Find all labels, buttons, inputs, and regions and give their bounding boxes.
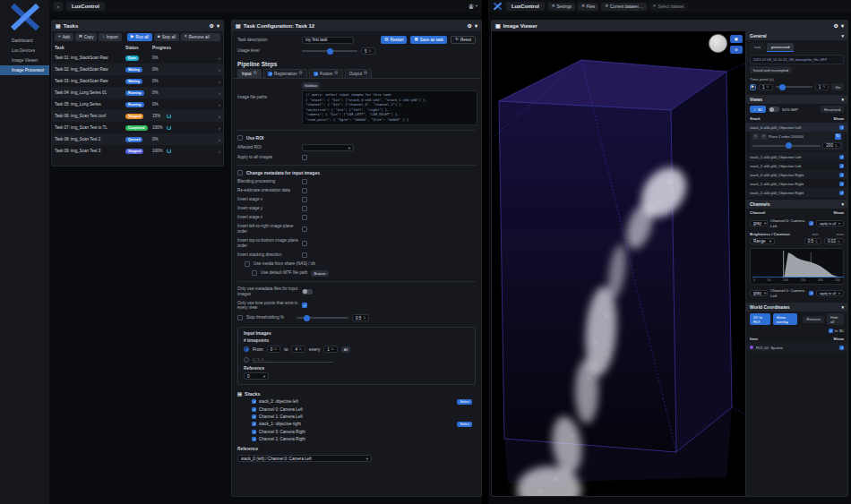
- stack-show-checkbox[interactable]: [839, 173, 844, 177]
- chevron-right-icon[interactable]: [219, 125, 220, 131]
- world-collapse-icon[interactable]: [841, 305, 844, 310]
- active-stack-row[interactable]: stack_0-x00-y00_Objective Left: [746, 123, 847, 132]
- sidebar-nav-item[interactable]: Lux Devices: [0, 46, 49, 56]
- import-task-button[interactable]: Import: [99, 33, 121, 41]
- stack-show-checkbox[interactable]: [839, 191, 844, 195]
- remove-all-button[interactable]: Remove all: [181, 33, 220, 41]
- reset-view-button[interactable]: ⊘: [730, 46, 743, 54]
- copy-task-button[interactable]: Copy: [75, 33, 98, 41]
- channel0-color-select[interactable]: gray: [750, 220, 768, 226]
- histogram[interactable]: 050100150200250: [750, 248, 844, 285]
- views-collapse-icon[interactable]: [841, 98, 844, 102]
- roi-show-checkbox[interactable]: [839, 346, 844, 350]
- stack-show-checkbox[interactable]: [839, 125, 844, 130]
- dataset-id[interactable]: 2021-07-08_11-50-32_JW_drosophila_His-GF…: [750, 55, 844, 64]
- table-row[interactable]: Task 01: img_StackScan Raw Done 0%: [52, 52, 223, 64]
- table-row[interactable]: Task 06: img_Scan Test conf Stopped 15%: [52, 110, 223, 122]
- table-row[interactable]: Task 02: img_StackScan Raw Waiting 0%: [52, 64, 223, 75]
- tab-gear-icon[interactable]: [254, 72, 257, 76]
- all-timepoints-button[interactable]: All: [341, 346, 350, 353]
- dataset-tab[interactable]: processed: [767, 43, 794, 52]
- in-3d-checkbox[interactable]: [829, 329, 833, 333]
- mip-toggle[interactable]: [769, 107, 779, 112]
- pipeline-tab[interactable]: Output: [345, 69, 373, 78]
- orientation-trackball[interactable]: [709, 34, 727, 53]
- common-timepoints-checkbox[interactable]: [302, 303, 307, 308]
- stack-checkbox[interactable]: [252, 430, 256, 434]
- pipeline-tab[interactable]: Input: [237, 69, 262, 78]
- stack-checkbox[interactable]: [252, 407, 256, 412]
- timepoints-custom-radio[interactable]: [244, 357, 249, 363]
- stack-checkbox[interactable]: [252, 422, 256, 426]
- every-value[interactable]: 1: [323, 346, 338, 353]
- timepoint-total[interactable]: 1: [815, 84, 830, 90]
- stack-select-button[interactable]: Select: [457, 399, 472, 405]
- stack-list-row[interactable]: stack_2-x00-y00_Objective Left: [746, 161, 847, 170]
- stack-list-row[interactable]: stack_0-x00-y00_Objective Right: [746, 170, 847, 179]
- validate-button[interactable]: Validate: [302, 82, 320, 89]
- metadata-field-checkbox[interactable]: [302, 241, 307, 246]
- views-section-header[interactable]: Views: [746, 95, 847, 104]
- custom-timepoints-input[interactable]: [253, 356, 333, 363]
- chevron-right-icon[interactable]: [219, 90, 220, 96]
- chevron-right-icon[interactable]: [219, 137, 220, 142]
- titlebar-button[interactable]: Settings: [548, 3, 575, 11]
- table-row[interactable]: Task 08: img_Scan Test 2 Queued 0%: [52, 133, 223, 145]
- stack-list-row[interactable]: stack_1-x00-y00_Objective Right: [746, 179, 847, 188]
- bc-max-value[interactable]: 0.02: [824, 238, 844, 244]
- pipeline-tab[interactable]: Registration: [263, 69, 307, 78]
- plane-value[interactable]: 200: [822, 142, 841, 149]
- titlebar-button[interactable]: Select dataset: [649, 3, 688, 11]
- metadata-field-checkbox[interactable]: [302, 179, 307, 184]
- world-item-row[interactable]: ROI_01: System: [746, 343, 847, 352]
- nas-checkbox[interactable]: [245, 261, 250, 267]
- tab-checkbox[interactable]: [268, 72, 272, 76]
- threshold-value[interactable]: 0.5: [352, 314, 369, 321]
- play-button[interactable]: [750, 84, 756, 90]
- pipeline-tab[interactable]: Fusion: [309, 69, 343, 78]
- general-section-header[interactable]: General: [746, 31, 847, 40]
- channel0-apply-select[interactable]: apply to all: [816, 220, 844, 226]
- usage-level-slider[interactable]: [302, 50, 357, 52]
- go-button[interactable]: Go: [831, 83, 844, 90]
- threshold-slider[interactable]: [297, 317, 348, 319]
- metadata-field-checkbox[interactable]: [302, 197, 307, 202]
- tasks-collapse-icon[interactable]: [217, 23, 219, 29]
- save-as-task-button[interactable]: Save as task: [410, 36, 447, 44]
- channels-collapse-icon[interactable]: [841, 202, 844, 207]
- back-button[interactable]: [54, 2, 63, 11]
- table-row[interactable]: Task 03: img_StackScan Raw Waiting 0%: [52, 75, 223, 87]
- stack-checkbox[interactable]: [252, 399, 256, 404]
- timepoints-range-radio[interactable]: [244, 346, 249, 352]
- user-menu[interactable]: [468, 4, 477, 9]
- stack-list-row[interactable]: stack_2-x00-y00_Objective Right: [746, 188, 847, 197]
- stack-list-row[interactable]: stack_1-x00-y00_Objective Left: [746, 152, 847, 161]
- sidebar-nav-item[interactable]: Image Processor: [0, 65, 49, 75]
- use-roi-checkbox[interactable]: [237, 135, 243, 141]
- bc-min-value[interactable]: 0.5: [804, 238, 821, 244]
- chevron-right-icon[interactable]: [219, 149, 220, 154]
- timepoint-value[interactable]: 1: [759, 84, 773, 90]
- snapshot-button[interactable]: ▣: [730, 35, 743, 43]
- browse-button[interactable]: Browse: [311, 270, 328, 277]
- stacks-reference-select[interactable]: stack_0 (left) / Channel 0: Camera Left: [237, 455, 372, 462]
- viewer-collapse-icon[interactable]: [841, 23, 844, 29]
- plane-next-button[interactable]: [761, 133, 767, 140]
- variant-button[interactable]: fused and resampled: [750, 66, 792, 73]
- dataset-tab[interactable]: raw: [750, 43, 765, 52]
- reset-button[interactable]: Reset: [451, 36, 476, 44]
- to-value[interactable]: 4: [291, 346, 305, 353]
- metadata-field-checkbox[interactable]: [302, 206, 307, 211]
- world-section-header[interactable]: World Coordinates: [746, 303, 847, 312]
- metadata-field-checkbox[interactable]: [302, 226, 307, 232]
- stack-show-checkbox[interactable]: [839, 164, 844, 168]
- stop-all-button[interactable]: Stop all: [154, 33, 179, 41]
- table-row[interactable]: Task 09: img_Scan Test 3 Stopped 100%: [52, 145, 223, 157]
- mode-3d-toggle[interactable]: ✓ 3D: [750, 106, 766, 113]
- add-task-button[interactable]: Add: [55, 33, 73, 41]
- tasks-settings-icon[interactable]: [210, 23, 214, 29]
- apply-all-images-checkbox[interactable]: [302, 155, 307, 160]
- chevron-right-icon[interactable]: [219, 67, 220, 73]
- only-metadata-toggle[interactable]: [302, 289, 313, 295]
- tab-gear-icon[interactable]: [299, 72, 303, 76]
